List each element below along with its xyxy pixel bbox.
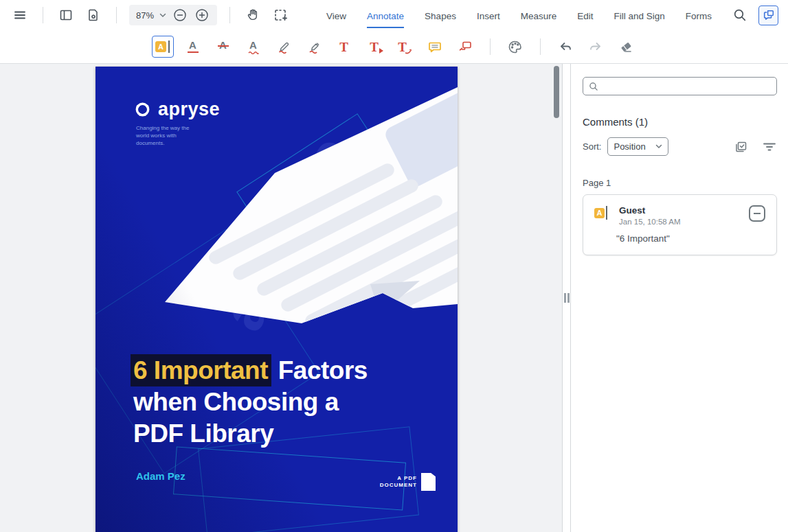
sidebar-toggle-button[interactable] [56, 5, 76, 25]
zoom-in-button[interactable] [194, 7, 210, 23]
search-icon [733, 8, 747, 22]
divider [490, 38, 491, 55]
pen-icon [276, 39, 291, 54]
filter-icon [763, 142, 776, 152]
annotate-toolbar [0, 30, 788, 64]
panel-resize-handle[interactable] [562, 64, 571, 532]
divider [229, 7, 230, 23]
eraser-button[interactable] [615, 36, 637, 58]
brand-name: apryse [158, 99, 220, 120]
tab-shapes[interactable]: Shapes [425, 3, 456, 28]
strikeout-tool[interactable] [212, 36, 234, 58]
sticky-note-icon [427, 39, 442, 54]
undo-icon [558, 39, 573, 54]
page-settings-button[interactable] [83, 5, 104, 25]
comments-panel-toggle[interactable] [758, 5, 778, 25]
page-settings-icon [87, 8, 100, 22]
comments-panel: Comments (1) Sort: Position Page 1 [571, 64, 788, 532]
divider [116, 7, 117, 23]
comment-card[interactable]: Guest Jan 15, 10:58 AM "6 Important" [583, 194, 777, 255]
zoom-level[interactable]: 87% [136, 10, 154, 21]
zoom-in-icon [195, 8, 209, 22]
apryse-logo-icon [133, 100, 152, 119]
viewer-scrollbar[interactable] [554, 66, 559, 118]
brand-logo: apryse [133, 99, 220, 120]
sort-row: Sort: Position [583, 137, 777, 156]
highlight-annotation[interactable]: 6 Important [131, 354, 271, 386]
underline-icon [186, 40, 200, 54]
document-icon [421, 473, 436, 491]
sort-value: Position [613, 141, 645, 152]
tab-edit[interactable]: Edit [577, 3, 593, 28]
brand-tagline: Changing the way the world works with do… [136, 124, 189, 147]
insert-text-tool[interactable] [363, 36, 385, 58]
search-icon [589, 82, 598, 91]
divider [540, 38, 541, 55]
highlight-tool[interactable] [152, 36, 174, 58]
comments-search-input[interactable] [603, 81, 771, 91]
menu-icon [13, 8, 27, 22]
sort-label: Sort: [583, 141, 601, 152]
zoom-controls: 87% [129, 5, 217, 25]
comment-state-button[interactable] [749, 205, 765, 222]
squiggly-icon [247, 40, 260, 54]
strikeout-icon [216, 40, 230, 54]
comment-timestamp: Jan 15, 10:58 AM [619, 218, 681, 226]
top-toolbar: 87% View Annotate Shapes Insert Measure … [0, 0, 788, 30]
marker-icon [306, 39, 322, 54]
comment-author: Guest [619, 205, 681, 216]
tab-measure[interactable]: Measure [521, 3, 557, 28]
redo-button[interactable] [585, 36, 607, 58]
menu-button[interactable] [10, 5, 30, 25]
chevron-down-icon[interactable] [159, 13, 166, 18]
underline-tool[interactable] [182, 36, 204, 58]
highlight-icon [155, 41, 166, 52]
cover-author: Adam Pez [136, 470, 185, 482]
redo-icon [588, 39, 603, 54]
pdf-page[interactable]: apryse apryse Changing the way the wor [95, 67, 458, 532]
comments-toggle-icon [763, 9, 775, 21]
sort-select[interactable]: Position [607, 137, 668, 156]
palette-icon [508, 39, 523, 54]
document-viewport[interactable]: apryse apryse Changing the way the wor [0, 64, 562, 532]
callout-tool[interactable] [454, 36, 476, 58]
comments-title: Comments (1) [583, 116, 777, 128]
comments-search[interactable] [583, 77, 777, 95]
zoom-out-button[interactable] [172, 7, 188, 23]
freehand-tool[interactable] [273, 36, 295, 58]
pan-tool-button[interactable] [243, 5, 263, 25]
tab-forms[interactable]: Forms [686, 3, 712, 28]
freehand-highlight-tool[interactable] [303, 36, 325, 58]
free-text-tool[interactable] [333, 36, 355, 58]
page-group-label: Page 1 [583, 178, 777, 188]
cover-title: 6 Important Factors when Choosing a PDF … [133, 355, 436, 450]
annotation-type-icon [594, 206, 607, 220]
divider [43, 7, 43, 23]
style-palette-button[interactable] [504, 36, 526, 58]
pan-icon [246, 8, 260, 22]
multiselect-button[interactable] [733, 139, 748, 154]
marquee-select-icon [273, 8, 287, 22]
tab-view[interactable]: View [326, 3, 346, 28]
pdf-document-badge: A PDF DOCUMENT [357, 473, 436, 491]
marquee-select-button[interactable] [270, 5, 291, 25]
comment-quote: "6 Important" [616, 233, 765, 244]
sidebar-toggle-icon [59, 8, 73, 22]
replace-text-tool[interactable] [394, 36, 416, 58]
tab-fill-and-sign[interactable]: Fill and Sign [613, 3, 664, 28]
callout-icon [458, 39, 473, 54]
filter-button[interactable] [762, 139, 777, 154]
undo-button[interactable] [554, 36, 576, 58]
free-text-icon [339, 41, 348, 54]
insert-text-icon [370, 41, 379, 54]
tab-annotate[interactable]: Annotate [367, 3, 404, 28]
sticky-note-tool[interactable] [424, 36, 446, 58]
ribbon-tabs: View Annotate Shapes Insert Measure Edit… [326, 3, 712, 28]
zoom-out-icon [173, 8, 187, 22]
eraser-icon [618, 39, 633, 54]
tab-insert[interactable]: Insert [477, 3, 500, 28]
squiggly-tool[interactable] [243, 36, 264, 58]
search-button[interactable] [730, 5, 750, 25]
multiselect-icon [734, 140, 747, 154]
chevron-down-icon [655, 144, 662, 149]
